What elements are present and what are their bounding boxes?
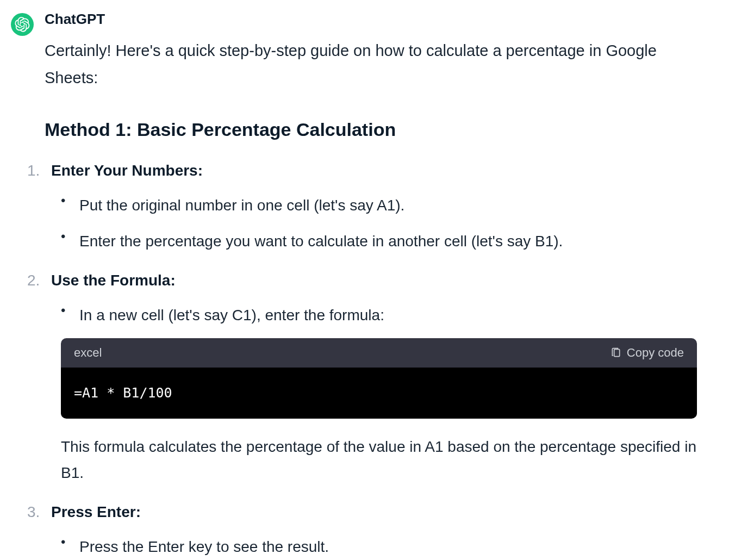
bullet-item: Put the original number in one cell (let…: [61, 192, 697, 219]
code-block: excel Copy code =A1 * B1/100: [61, 338, 697, 419]
step-number: 3.: [27, 503, 51, 521]
step-item: 2. Use the Formula: In a new cell (let's…: [27, 272, 697, 486]
step-item: 1. Enter Your Numbers: Put the original …: [27, 162, 697, 254]
code-content: =A1 * B1/100: [61, 368, 697, 419]
bullet-item: In a new cell (let's say C1), enter the …: [61, 302, 697, 328]
author-name: ChatGPT: [45, 11, 697, 28]
steps-list: 1. Enter Your Numbers: Put the original …: [45, 162, 697, 560]
step-row: 2. Use the Formula:: [27, 272, 697, 289]
step-row: 1. Enter Your Numbers:: [27, 162, 697, 179]
step-item: 3. Press Enter: Press the Enter key to s…: [27, 503, 697, 560]
code-language-label: excel: [74, 346, 102, 360]
step-title: Enter Your Numbers:: [51, 162, 203, 179]
clipboard-icon: [611, 347, 621, 358]
step-title: Press Enter:: [51, 503, 141, 521]
method-heading: Method 1: Basic Percentage Calculation: [45, 119, 697, 140]
svg-rect-0: [614, 350, 619, 357]
assistant-avatar: [11, 13, 34, 36]
step-bullets: In a new cell (let's say C1), enter the …: [61, 302, 697, 328]
message-container: ChatGPT Certainly! Here's a quick step-b…: [11, 11, 724, 560]
step-bullets: Put the original number in one cell (let…: [61, 192, 697, 254]
step-number: 1.: [27, 162, 51, 179]
message-content: ChatGPT Certainly! Here's a quick step-b…: [45, 11, 697, 560]
step-title: Use the Formula:: [51, 272, 176, 289]
step-row: 3. Press Enter:: [27, 503, 697, 521]
step-bullets: Press the Enter key to see the result.: [61, 534, 697, 560]
code-header: excel Copy code: [61, 338, 697, 368]
intro-text: Certainly! Here's a quick step-by-step g…: [45, 38, 697, 92]
bullet-item: Press the Enter key to see the result.: [61, 534, 697, 560]
openai-logo-icon: [15, 17, 30, 32]
copy-code-button[interactable]: Copy code: [611, 346, 684, 360]
copy-code-label: Copy code: [627, 346, 684, 360]
bullet-item: Enter the percentage you want to calcula…: [61, 228, 697, 254]
step-number: 2.: [27, 272, 51, 289]
step-explanation: This formula calculates the percentage o…: [61, 434, 697, 486]
